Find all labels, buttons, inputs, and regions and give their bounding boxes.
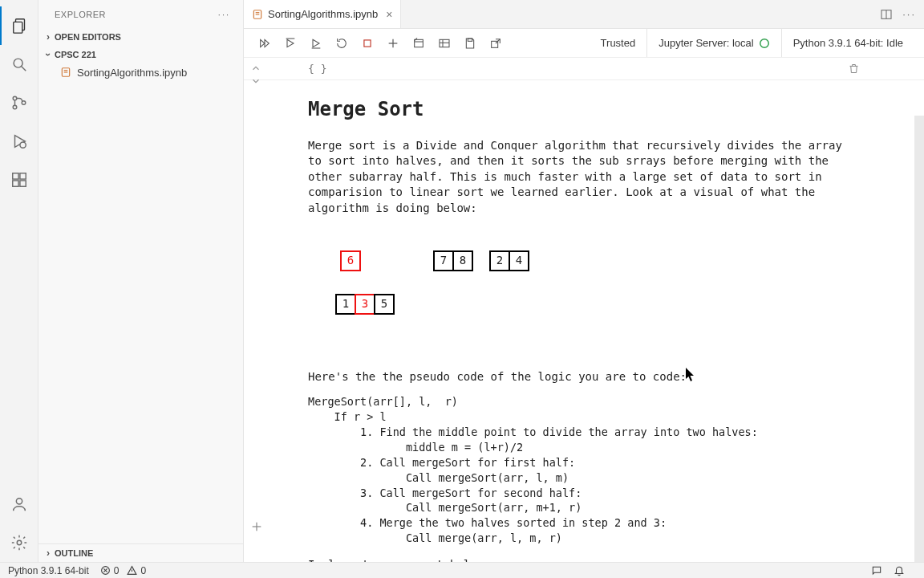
warning-icon: [127, 565, 137, 576]
svg-point-4: [13, 96, 17, 100]
collapse-down-icon[interactable]: [250, 75, 261, 87]
tab-label: SortingAlgorithms.ipynb: [268, 8, 378, 20]
svg-rect-35: [440, 39, 449, 47]
server-ok-icon: [759, 38, 770, 49]
status-bar: Python 3.9.1 64-bit 0 0: [0, 562, 924, 578]
tab-bar: SortingAlgorithms.ipynb × ···: [244, 0, 924, 29]
diagram-group: 135: [335, 294, 395, 315]
status-feedback-icon[interactable]: [871, 565, 882, 576]
diagram-group: 78: [433, 250, 473, 271]
status-bell-icon[interactable]: [894, 565, 905, 576]
chevron-right-icon: ›: [42, 547, 55, 559]
scrollbar[interactable]: [914, 116, 924, 562]
run-above-icon[interactable]: [279, 32, 302, 55]
svg-point-8: [19, 142, 25, 148]
activity-bar: [0, 0, 38, 562]
heading-merge-sort: Merge Sort: [308, 96, 860, 124]
diagram-box: 6: [340, 250, 361, 271]
split-editor-icon[interactable]: [880, 8, 893, 21]
status-errors[interactable]: 0 0: [100, 565, 146, 576]
svg-line-3: [21, 67, 26, 71]
editor-tab[interactable]: SortingAlgorithms.ipynb ×: [244, 0, 401, 28]
svg-rect-29: [364, 39, 371, 46]
diagram-box: 4: [509, 250, 529, 271]
interrupt-kernel-icon[interactable]: [356, 32, 379, 55]
trusted-status[interactable]: Trusted: [590, 29, 647, 57]
explorer-icon[interactable]: [0, 6, 38, 45]
cell-toolbar: { }: [244, 58, 924, 80]
svg-marker-23: [261, 39, 265, 47]
settings-gear-icon[interactable]: [0, 523, 38, 562]
restart-kernel-icon[interactable]: [330, 32, 353, 55]
clear-outputs-icon[interactable]: [407, 32, 430, 55]
collapse-up-icon[interactable]: [250, 63, 261, 74]
svg-point-40: [760, 39, 768, 47]
source-control-icon[interactable]: [0, 83, 38, 122]
file-item[interactable]: SortingAlgorithms.ipynb: [38, 63, 243, 81]
run-debug-icon[interactable]: [0, 122, 38, 161]
variables-icon[interactable]: [433, 32, 456, 55]
markdown-cell[interactable]: Merge Sort Merge sort is a Divide and Co…: [244, 80, 924, 562]
svg-point-14: [17, 540, 22, 545]
paragraph-implement: Implement merge sort below.: [308, 557, 860, 562]
jupyter-server-status[interactable]: Jupyter Server: local: [646, 29, 781, 57]
folder-section[interactable]: › CPSC 221: [38, 46, 243, 63]
sidebar-title: EXPLORER: [55, 10, 106, 19]
svg-rect-12: [19, 173, 25, 179]
diagram-box: 2: [489, 250, 510, 271]
status-python[interactable]: Python 3.9.1 64-bit: [8, 565, 89, 576]
add-cell-icon[interactable]: [382, 32, 404, 55]
chevron-down-icon: ›: [43, 48, 54, 61]
notebook-body: { } Merge Sort Merge sort is a Divide an…: [244, 58, 924, 562]
search-icon[interactable]: [0, 45, 38, 83]
diagram-group: 24: [489, 250, 529, 271]
svg-rect-32: [415, 39, 424, 47]
extensions-icon[interactable]: [0, 161, 38, 199]
open-editors-section[interactable]: › OPEN EDITORS: [38, 28, 243, 46]
diagram-box: 1: [335, 294, 356, 315]
save-icon[interactable]: [459, 32, 481, 55]
diagram-box: 5: [374, 294, 395, 315]
paragraph-pseudo-intro: Here's the the pseudo code of the logic …: [308, 369, 860, 385]
sidebar-more-icon[interactable]: ···: [218, 10, 230, 19]
svg-rect-1: [13, 22, 22, 33]
diagram-box: 7: [433, 250, 454, 271]
export-icon[interactable]: [484, 32, 507, 55]
paragraph-intro: Merge sort is a Divide and Conquer algor…: [308, 138, 860, 217]
svg-rect-9: [12, 173, 18, 179]
run-all-icon[interactable]: [253, 32, 276, 55]
svg-point-5: [13, 105, 17, 109]
pseudocode-block: MergeSort(arr[], l, r) If r > l 1. Find …: [308, 394, 860, 546]
merge-sort-diagram: 67824 135: [308, 226, 860, 369]
notebook-file-icon: [252, 9, 263, 20]
kernel-status[interactable]: Python 3.9.1 64-bit: Idle: [781, 29, 914, 57]
svg-marker-25: [287, 39, 294, 47]
accounts-icon[interactable]: [0, 485, 38, 523]
svg-rect-10: [12, 181, 18, 186]
editor-area: SortingAlgorithms.ipynb × ···: [244, 0, 924, 562]
cell-meta-braces[interactable]: { }: [308, 63, 326, 75]
chevron-right-icon: ›: [42, 31, 55, 43]
diagram-box: 3: [355, 294, 375, 315]
outline-section[interactable]: › OUTLINE: [38, 543, 243, 562]
svg-rect-38: [468, 39, 472, 41]
add-cell-below-icon[interactable]: [250, 520, 263, 533]
run-below-icon[interactable]: [305, 32, 327, 55]
close-tab-icon[interactable]: ×: [386, 8, 392, 21]
svg-point-6: [22, 101, 26, 105]
svg-point-13: [16, 499, 22, 504]
delete-cell-icon[interactable]: [848, 63, 860, 75]
notebook-toolbar: Trusted Jupyter Server: local Python 3.9…: [244, 29, 924, 58]
error-icon: [100, 565, 111, 576]
svg-rect-11: [19, 181, 25, 186]
svg-point-2: [14, 59, 22, 67]
svg-marker-27: [313, 39, 319, 47]
diagram-box: 8: [452, 250, 473, 271]
tab-more-icon[interactable]: ···: [902, 8, 916, 20]
diagram-group: 6: [340, 250, 361, 271]
notebook-file-icon: [59, 66, 72, 79]
explorer-sidebar: EXPLORER ··· › OPEN EDITORS › CPSC 221 S…: [38, 0, 244, 562]
